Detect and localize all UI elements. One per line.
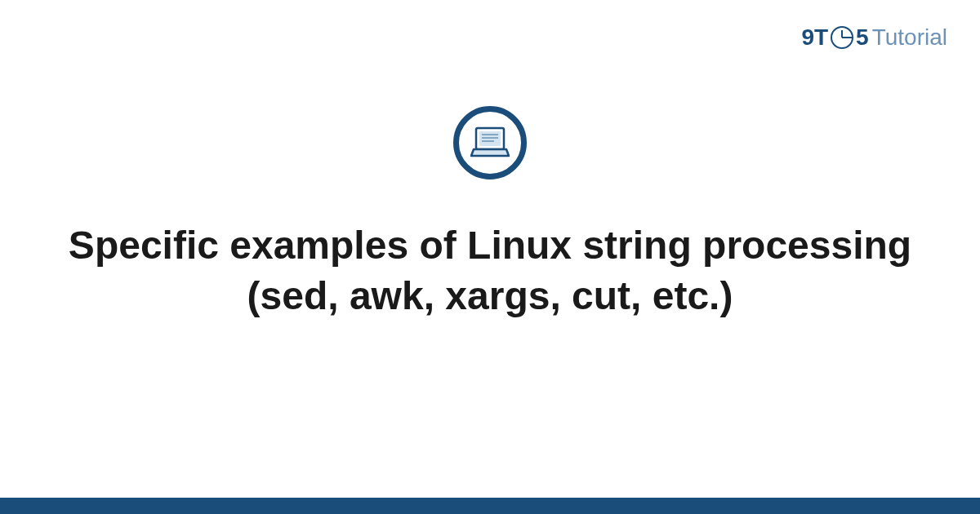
page-title: Specific examples of Linux string proces…	[49, 220, 931, 322]
laptop-icon-circle	[453, 106, 527, 179]
logo-suffix: Tutorial	[872, 24, 947, 51]
svg-rect-1	[479, 131, 501, 146]
logo-prefix: 9T	[801, 24, 828, 51]
clock-icon	[831, 26, 853, 49]
bottom-accent-bar	[0, 498, 980, 514]
site-logo: 9T 5 Tutorial	[801, 24, 947, 51]
main-content: Specific examples of Linux string proces…	[0, 106, 980, 322]
logo-middle: 5	[856, 24, 869, 51]
laptop-icon	[470, 126, 510, 159]
